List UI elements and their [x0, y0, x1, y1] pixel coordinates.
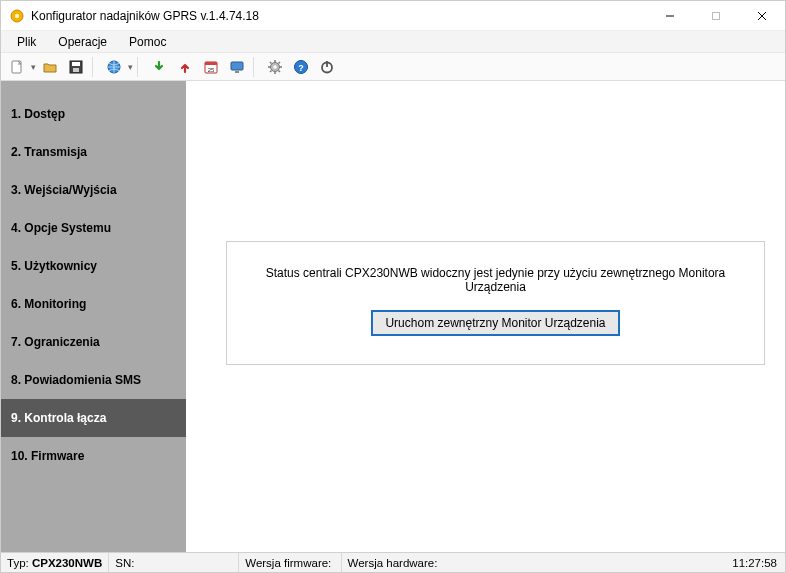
- monitor-icon[interactable]: [225, 55, 249, 79]
- svg-rect-14: [231, 62, 243, 70]
- maximize-button[interactable]: [693, 1, 739, 31]
- sidebar-item-dostep[interactable]: 1. Dostęp: [1, 95, 186, 133]
- status-sn: SN:: [109, 553, 239, 572]
- statusbar: Typ: CPX230NWB SN: Wersja firmware: Wers…: [1, 552, 785, 572]
- sidebar-item-transmisja[interactable]: 2. Transmisja: [1, 133, 186, 171]
- content-area: Status centrali CPX230NWB widoczny jest …: [186, 81, 785, 552]
- power-icon[interactable]: [315, 55, 339, 79]
- status-firmware: Wersja firmware:: [239, 553, 341, 572]
- download-icon[interactable]: [147, 55, 171, 79]
- new-file-icon[interactable]: [5, 55, 29, 79]
- sidebar-item-powiadomienia-sms[interactable]: 8. Powiadomienia SMS: [1, 361, 186, 399]
- status-fw-label: Wersja firmware:: [245, 557, 331, 569]
- gear-icon[interactable]: [263, 55, 287, 79]
- svg-text:25: 25: [208, 66, 215, 72]
- svg-rect-15: [235, 71, 239, 73]
- status-hw-label: Wersja hardware:: [348, 557, 438, 569]
- svg-rect-3: [713, 12, 720, 19]
- svg-line-22: [270, 62, 272, 64]
- help-icon[interactable]: ?: [289, 55, 313, 79]
- sidebar-item-ograniczenia[interactable]: 7. Ograniczenia: [1, 323, 186, 361]
- launch-monitor-button[interactable]: Uruchom zewnętrzny Monitor Urządzenia: [371, 310, 619, 336]
- sidebar: 1. Dostęp 2. Transmisja 3. Wejścia/Wyjśc…: [1, 81, 186, 552]
- upload-icon[interactable]: [173, 55, 197, 79]
- svg-line-24: [279, 62, 281, 64]
- svg-text:?: ?: [298, 62, 304, 72]
- svg-line-23: [279, 70, 281, 72]
- menubar: Plik Operacje Pomoc: [1, 31, 785, 53]
- svg-point-17: [273, 65, 277, 69]
- info-panel: Status centrali CPX230NWB widoczny jest …: [226, 241, 765, 365]
- sidebar-item-wejscia-wyjscia[interactable]: 3. Wejścia/Wyjścia: [1, 171, 186, 209]
- status-time: 11:27:58: [724, 557, 785, 569]
- svg-line-25: [270, 70, 272, 72]
- calendar-icon[interactable]: 25: [199, 55, 223, 79]
- status-type-label: Typ:: [7, 557, 29, 569]
- save-icon[interactable]: [64, 55, 88, 79]
- globe-icon[interactable]: [102, 55, 126, 79]
- status-type-value: CPX230NWB: [32, 557, 102, 569]
- status-sn-label: SN:: [115, 557, 134, 569]
- titlebar: Konfigurator nadajników GPRS v.1.4.74.18: [1, 1, 785, 31]
- status-message: Status centrali CPX230NWB widoczny jest …: [247, 266, 744, 294]
- svg-rect-8: [72, 62, 80, 66]
- svg-point-1: [15, 13, 19, 17]
- app-icon: [9, 8, 25, 24]
- open-folder-icon[interactable]: [38, 55, 62, 79]
- sidebar-item-kontrola-lacza[interactable]: 9. Kontrola łącza: [1, 399, 186, 437]
- menu-pomoc[interactable]: Pomoc: [119, 33, 176, 51]
- minimize-button[interactable]: [647, 1, 693, 31]
- status-type: Typ: CPX230NWB: [1, 553, 109, 572]
- menu-plik[interactable]: Plik: [7, 33, 46, 51]
- svg-rect-12: [205, 62, 217, 65]
- close-button[interactable]: [739, 1, 785, 31]
- sidebar-item-opcje-systemu[interactable]: 4. Opcje Systemu: [1, 209, 186, 247]
- sidebar-item-monitoring[interactable]: 6. Monitoring: [1, 285, 186, 323]
- svg-rect-9: [73, 68, 79, 72]
- window-title: Konfigurator nadajników GPRS v.1.4.74.18: [31, 9, 259, 23]
- toolbar: ▾ ▾ 25 ?: [1, 53, 785, 81]
- body: 1. Dostęp 2. Transmisja 3. Wejścia/Wyjśc…: [1, 81, 785, 552]
- status-hardware: Wersja hardware:: [342, 553, 447, 572]
- sidebar-item-uzytkownicy[interactable]: 5. Użytkownicy: [1, 247, 186, 285]
- sidebar-item-firmware[interactable]: 10. Firmware: [1, 437, 186, 475]
- menu-operacje[interactable]: Operacje: [48, 33, 117, 51]
